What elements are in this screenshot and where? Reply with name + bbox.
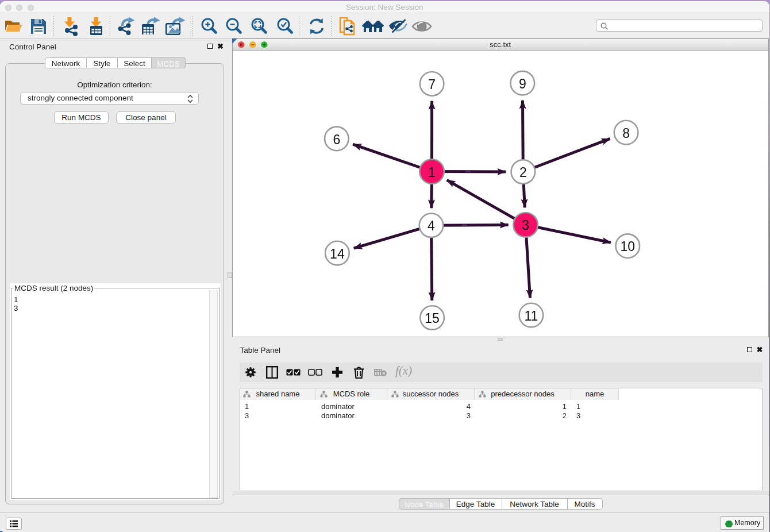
svg-text:7: 7 [428,76,436,91]
svg-text:15: 15 [425,311,440,326]
svg-text:3: 3 [522,218,529,233]
svg-text:9: 9 [518,76,526,91]
svg-text:14: 14 [330,246,345,261]
svg-text:11: 11 [524,308,538,323]
svg-text:10: 10 [620,239,635,254]
svg-text:2: 2 [519,165,526,180]
svg-text:4: 4 [428,218,435,233]
svg-text:1: 1 [428,164,436,179]
svg-text:6: 6 [333,132,340,147]
svg-text:8: 8 [622,125,630,140]
